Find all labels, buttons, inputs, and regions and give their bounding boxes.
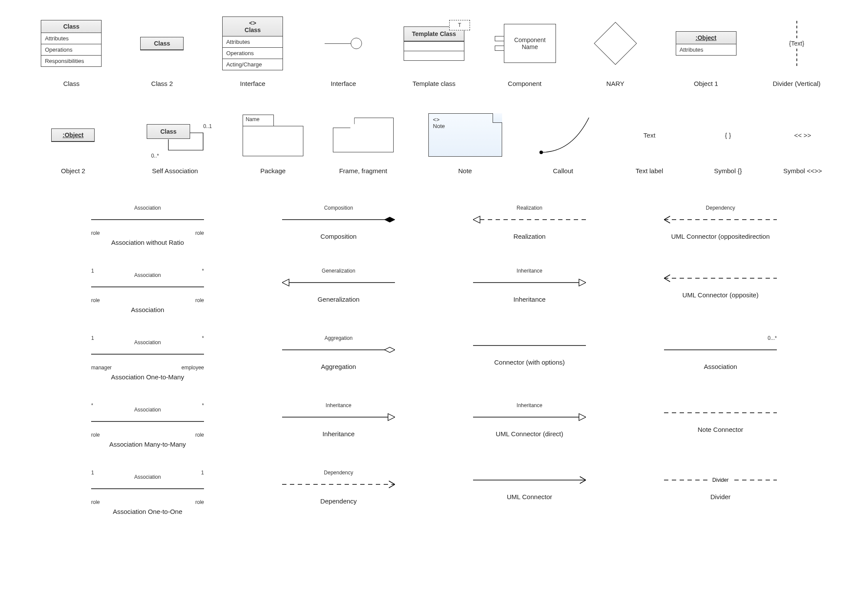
caption: Self Association — [152, 167, 198, 174]
caption: Connector (with options) — [494, 359, 565, 366]
uml-shape-object2[interactable]: :Object — [30, 109, 116, 161]
uml-shape-object[interactable]: :ObjectAttributes — [665, 13, 747, 74]
caption: Composition — [320, 233, 356, 240]
caption: Text label — [636, 167, 663, 174]
caption: Interface — [331, 80, 356, 87]
palette-item: Component NameComponent — [483, 13, 566, 87]
caption: Callout — [553, 167, 573, 174]
caption: Association Many-to-Many — [109, 441, 186, 448]
uml-connector[interactable]: Note Connector — [638, 402, 803, 448]
uml-shape-self_assoc[interactable]: Class0..10..* — [125, 109, 226, 161]
caption: UML Connector — [507, 493, 552, 500]
uml-connector[interactable]: UML Connector — [447, 470, 612, 515]
uml-connector[interactable]: InheritanceUML Connector (direct) — [447, 402, 612, 448]
caption: Object 2 — [61, 167, 85, 174]
palette-item: ClassAttributesOperationsResponsibilitie… — [30, 13, 112, 87]
svg-marker-11 — [579, 279, 586, 286]
caption: Symbol {} — [714, 167, 742, 174]
uml-shape-interface_class[interactable]: <>ClassAttributesOperationsActing/Charge — [212, 13, 294, 74]
svg-point-0 — [539, 151, 543, 154]
caption: UML Connector (oppositedirection — [671, 233, 769, 240]
uml-connector[interactable]: Connector (with options) — [447, 335, 612, 381]
palette-item: <>NoteNote — [414, 109, 516, 174]
palette-item: TTemplate ClassTemplate class — [393, 13, 475, 87]
palette-item: Frame, fragment — [320, 109, 406, 174]
caption: Association One-to-Many — [111, 373, 184, 381]
uml-shape-text[interactable]: Text — [611, 109, 688, 161]
caption: Realization — [513, 233, 546, 240]
palette-item: << >>Symbol <<>> — [768, 109, 838, 174]
palette-item: NamePackage — [234, 109, 312, 174]
uml-connector[interactable]: RealizationRealization — [447, 205, 612, 246]
caption: Generalization — [318, 296, 360, 303]
caption: Association — [131, 306, 164, 313]
palette-item: { }Symbol {} — [697, 109, 759, 174]
uml-connector[interactable]: **AssociationroleroleAssociation Many-to… — [65, 402, 230, 448]
uml-shape-component[interactable]: Component Name — [483, 13, 566, 74]
caption: Dependency — [320, 497, 357, 505]
caption: Association without Ratio — [111, 239, 184, 246]
caption: Class 2 — [151, 80, 173, 87]
uml-shape-template[interactable]: TTemplate Class — [393, 13, 475, 74]
uml-connector[interactable]: 11AssociationroleroleAssociation One-to-… — [65, 470, 230, 515]
svg-text:Divider: Divider — [712, 477, 728, 483]
uml-shape-text[interactable]: << >> — [768, 109, 838, 161]
uml-connector[interactable]: DependencyDependency — [256, 470, 421, 515]
svg-marker-9 — [282, 279, 289, 286]
caption: UML Connector (opposite) — [682, 291, 758, 299]
uml-connector[interactable]: CompositionComposition — [256, 205, 421, 246]
palette-item: Callout — [524, 109, 602, 174]
palette-item: :ObjectAttributesObject 1 — [665, 13, 747, 87]
uml-shape-text[interactable]: { } — [697, 109, 759, 161]
uml-connector[interactable]: AssociationroleroleAssociation without R… — [65, 205, 230, 246]
uml-shape-frame[interactable] — [320, 109, 406, 161]
caption: Symbol <<>> — [783, 167, 822, 174]
uml-connector[interactable]: 0...*Association — [638, 335, 803, 381]
palette-item: <>ClassAttributesOperationsActing/Charge… — [212, 13, 294, 87]
caption: Association One-to-One — [113, 508, 182, 515]
uml-connector[interactable]: InheritanceInheritance — [256, 402, 421, 448]
caption: Aggregation — [321, 363, 356, 370]
caption: Inheritance — [322, 430, 355, 438]
palette-item: Class0..10..*Self Association — [125, 109, 226, 174]
uml-connector[interactable]: 1*AssociationroleroleAssociation — [65, 268, 230, 313]
caption: Divider — [710, 493, 731, 500]
uml-shape-lollipop[interactable] — [302, 13, 385, 74]
caption: Package — [260, 167, 286, 174]
uml-shape-class_small[interactable]: Class — [121, 13, 203, 74]
svg-marker-3 — [385, 217, 395, 222]
palette-item: ClassClass 2 — [121, 13, 203, 87]
uml-shape-nary[interactable] — [574, 13, 656, 74]
palette-item: :ObjectObject 2 — [30, 109, 116, 174]
caption: Interface — [240, 80, 265, 87]
palette-item: TextText label — [611, 109, 688, 174]
caption: Frame, fragment — [339, 167, 387, 174]
caption: UML Connector (direct) — [496, 430, 563, 438]
uml-shape-package[interactable]: Name — [234, 109, 312, 161]
caption: Note Connector — [697, 426, 743, 433]
uml-connector[interactable]: UML Connector (opposite) — [638, 268, 803, 313]
uml-shape-callout[interactable] — [524, 109, 602, 161]
caption: Component — [508, 80, 542, 87]
uml-connector[interactable]: 1*AssociationmanageremployeeAssociation … — [65, 335, 230, 381]
caption: Note — [458, 167, 472, 174]
uml-connector[interactable]: InheritanceInheritance — [447, 268, 612, 313]
uml-shape-divider_v[interactable]: {Text} — [756, 13, 838, 74]
caption: Template class — [412, 80, 455, 87]
caption: Association — [704, 363, 737, 370]
uml-shape-class[interactable]: ClassAttributesOperationsResponsibilitie… — [30, 13, 112, 74]
svg-marker-20 — [388, 414, 395, 421]
caption: NARY — [606, 80, 624, 87]
caption: Inheritance — [513, 296, 546, 303]
uml-connector[interactable]: DividerDivider — [638, 470, 803, 515]
uml-connector[interactable]: DependencyUML Connector (oppositedirecti… — [638, 205, 803, 246]
palette-item: NARY — [574, 13, 656, 87]
palette-item: Interface — [302, 13, 385, 87]
svg-marker-22 — [579, 414, 586, 421]
uml-shape-note[interactable]: <>Note — [414, 109, 516, 161]
caption: Class — [63, 80, 80, 87]
caption: Object 1 — [694, 80, 718, 87]
uml-connector[interactable]: AggregationAggregation — [256, 335, 421, 381]
uml-connector[interactable]: GeneralizationGeneralization — [256, 268, 421, 313]
svg-marker-15 — [385, 347, 395, 352]
